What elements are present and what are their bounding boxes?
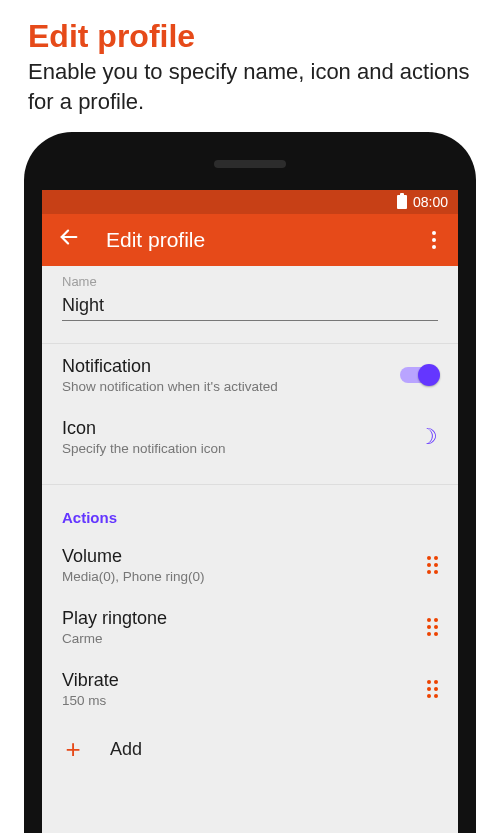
add-label: Add [110,739,142,760]
screen: 08:00 Edit profile Name Notification Sho… [42,190,458,833]
action-title: Play ringtone [62,608,413,629]
status-time: 08:00 [413,194,448,210]
action-title: Vibrate [62,670,413,691]
moon-icon: ☽ [418,424,438,450]
promo-title: Edit profile [0,0,500,57]
content: Name Notification Show notification when… [42,266,458,833]
app-bar: Edit profile [42,214,458,266]
add-action-button[interactable]: + Add [42,720,458,779]
name-label: Name [62,274,438,289]
name-field-block: Name [42,266,458,327]
overflow-menu-button[interactable] [424,231,444,249]
battery-icon [397,195,407,209]
action-row-vibrate[interactable]: Vibrate 150 ms [42,658,458,720]
actions-header: Actions [42,485,458,534]
phone-frame: 08:00 Edit profile Name Notification Sho… [24,132,476,833]
notification-switch[interactable] [400,367,438,383]
promo-subtitle: Enable you to specify name, icon and act… [0,57,500,126]
action-title: Volume [62,546,413,567]
action-row-play-ringtone[interactable]: Play ringtone Carme [42,596,458,658]
drag-handle-icon[interactable] [427,556,438,574]
action-subtitle: Carme [62,631,413,646]
action-row-volume[interactable]: Volume Media(0), Phone ring(0) [42,534,458,596]
back-arrow-icon [58,226,80,248]
notification-subtitle: Show notification when it's activated [62,379,386,394]
action-subtitle: Media(0), Phone ring(0) [62,569,413,584]
status-bar: 08:00 [42,190,458,214]
icon-subtitle: Specify the notification icon [62,441,404,456]
action-subtitle: 150 ms [62,693,413,708]
phone-speaker [214,160,286,168]
icon-row[interactable]: Icon Specify the notification icon ☽ [42,406,458,468]
back-button[interactable] [56,226,82,254]
appbar-title: Edit profile [106,228,424,252]
notification-row[interactable]: Notification Show notification when it's… [42,344,458,406]
drag-handle-icon[interactable] [427,618,438,636]
plus-icon: + [62,734,84,765]
notification-title: Notification [62,356,386,377]
profile-name-input[interactable] [62,289,438,321]
icon-title: Icon [62,418,404,439]
drag-handle-icon[interactable] [427,680,438,698]
